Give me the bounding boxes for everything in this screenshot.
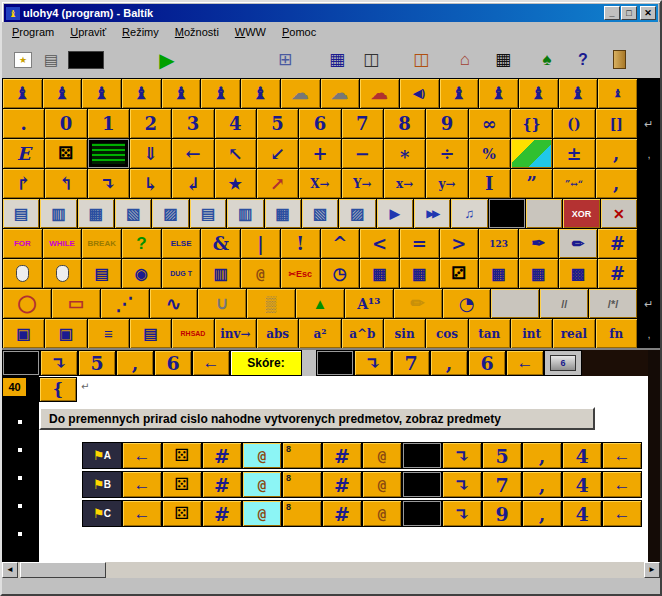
- menu-item-monosti[interactable]: Možnosti: [167, 24, 227, 40]
- line-comment-tile[interactable]: //: [540, 289, 589, 319]
- sin-tile[interactable]: sin: [384, 319, 426, 349]
- while-loop-tile[interactable]: WHILE: [43, 229, 83, 259]
- tan-tile[interactable]: tan: [469, 319, 511, 349]
- coord-x[interactable]: 5: [482, 442, 522, 469]
- panels-color-button[interactable]: ◫: [408, 47, 434, 73]
- exit-button[interactable]: [606, 47, 632, 73]
- goto-icon[interactable]: ↴: [442, 500, 482, 527]
- grid-star-icon[interactable]: ▦: [479, 259, 519, 289]
- string-swap-tile[interactable]: ”↔“: [553, 169, 595, 199]
- scroll-right-button[interactable]: ►: [644, 562, 660, 578]
- grid-pen-icon[interactable]: ▦: [360, 259, 400, 289]
- delete-tile[interactable]: ✕: [601, 199, 638, 229]
- goto-icon[interactable]: ↲: [172, 169, 214, 199]
- snail-icon[interactable]: @: [362, 471, 402, 498]
- assign-arrow-icon[interactable]: ←: [192, 350, 230, 376]
- goto-icon[interactable]: ↴: [442, 471, 482, 498]
- helper-flag-b[interactable]: ⚑B: [82, 471, 122, 498]
- comma-tile[interactable]: ,: [596, 139, 638, 169]
- joystick-icon[interactable]: ◉: [122, 259, 162, 289]
- if-tile[interactable]: ?: [122, 229, 162, 259]
- digit-5[interactable]: 5: [257, 109, 299, 139]
- bank-icon[interactable]: ▧: [115, 199, 152, 229]
- random-icon[interactable]: ⚂: [440, 259, 480, 289]
- conveyor-icon[interactable]: ▥: [201, 259, 241, 289]
- black-screen-tile[interactable]: [489, 199, 526, 229]
- curve-tool[interactable]: ∿: [150, 289, 199, 319]
- quote-tile[interactable]: ”: [511, 169, 553, 199]
- bank-icon[interactable]: ▨: [152, 199, 189, 229]
- power-tile[interactable]: a^b: [342, 319, 384, 349]
- rect-tool[interactable]: ▭: [52, 289, 101, 319]
- coord-x[interactable]: 7: [482, 471, 522, 498]
- arrow-upleft-icon[interactable]: ↖: [215, 139, 257, 169]
- snail-icon[interactable]: @: [242, 442, 282, 469]
- goto-icon[interactable]: ↴: [88, 169, 130, 199]
- table-button[interactable]: ▦: [324, 47, 350, 73]
- quill-icon[interactable]: ✒: [519, 229, 559, 259]
- digit-7[interactable]: 7: [342, 109, 384, 139]
- break-tile[interactable]: BREAK: [82, 229, 122, 259]
- wizard-icon[interactable]: ♝: [479, 79, 519, 109]
- drawer-icon[interactable]: 6: [544, 350, 582, 376]
- lines-tool[interactable]: ⋰: [101, 289, 150, 319]
- cloud-icon[interactable]: ☁: [281, 79, 321, 109]
- dice-icon[interactable]: ⚄: [162, 500, 202, 527]
- wizard-icon[interactable]: ♝: [598, 79, 638, 109]
- digit-2[interactable]: 2: [130, 109, 172, 139]
- plus-tile[interactable]: +: [299, 139, 341, 169]
- hash-grid-tile[interactable]: #: [598, 259, 638, 289]
- grid-icon[interactable]: ▦: [400, 259, 440, 289]
- escape-icon[interactable]: ✂Esc: [281, 259, 321, 289]
- assign-arrow-icon[interactable]: ←: [602, 500, 642, 527]
- music-icon[interactable]: ♫: [451, 199, 488, 229]
- keyboard-icon[interactable]: ▤: [82, 259, 122, 289]
- assign-arrow-icon[interactable]: ←: [122, 471, 162, 498]
- helper-flag-c[interactable]: ⚑C: [82, 500, 122, 527]
- cursor-tile[interactable]: I: [469, 169, 511, 199]
- hash-tile[interactable]: #: [598, 229, 638, 259]
- wizard-icon[interactable]: ♝: [440, 79, 480, 109]
- shapes-tool[interactable]: ▲: [296, 289, 345, 319]
- less-tile[interactable]: <: [360, 229, 400, 259]
- divide-tile[interactable]: ÷: [426, 139, 468, 169]
- wizard-icon[interactable]: ♝: [241, 79, 281, 109]
- xor-op-tile[interactable]: ^: [321, 229, 361, 259]
- open-brace-tile[interactable]: {: [39, 377, 77, 402]
- brackets-tile[interactable]: []: [596, 109, 638, 139]
- bank-icon[interactable]: ▦: [78, 199, 115, 229]
- direction-icon[interactable]: ↗: [257, 169, 299, 199]
- arrow-downleft-icon[interactable]: ↙: [257, 139, 299, 169]
- parens-tile[interactable]: (): [553, 109, 595, 139]
- braces-tile[interactable]: {}: [511, 109, 553, 139]
- wizard-icon[interactable]: ♝: [122, 79, 162, 109]
- mouse-click-icon[interactable]: [43, 259, 83, 289]
- fast-forward-icon[interactable]: ▶▶: [414, 199, 451, 229]
- coord-y[interactable]: 4: [562, 471, 602, 498]
- equals-tile[interactable]: =: [400, 229, 440, 259]
- bank-icon[interactable]: ▧: [302, 199, 339, 229]
- bank-icon[interactable]: ▦: [265, 199, 302, 229]
- snail-icon[interactable]: @: [242, 500, 282, 527]
- digit-0[interactable]: 0: [45, 109, 87, 139]
- screen-tile[interactable]: [2, 350, 40, 376]
- snail-icon[interactable]: @: [242, 471, 282, 498]
- wizard-icon[interactable]: ♝: [201, 79, 241, 109]
- hash-tile[interactable]: #: [322, 442, 362, 469]
- gray-tile[interactable]: [526, 199, 563, 229]
- wizard-icon[interactable]: ♝: [82, 79, 122, 109]
- horizontal-scrollbar[interactable]: ◄ ►: [2, 562, 660, 578]
- cos-tile[interactable]: cos: [426, 319, 468, 349]
- snail-icon[interactable]: @: [362, 442, 402, 469]
- assign-arrow-icon[interactable]: ←: [602, 442, 642, 469]
- var-x-tile[interactable]: X→: [299, 169, 341, 199]
- goto-icon[interactable]: ↴: [442, 442, 482, 469]
- for-loop-tile[interactable]: FOR: [3, 229, 43, 259]
- hash-tile[interactable]: #: [322, 500, 362, 527]
- goto-icon[interactable]: ↴: [40, 350, 78, 376]
- xor-tile[interactable]: XOR: [563, 199, 600, 229]
- speaker-icon[interactable]: ◀): [400, 79, 440, 109]
- screen-button[interactable]: [66, 47, 106, 73]
- wizard-icon[interactable]: ♝: [519, 79, 559, 109]
- comma-tile[interactable]: ,: [522, 471, 562, 498]
